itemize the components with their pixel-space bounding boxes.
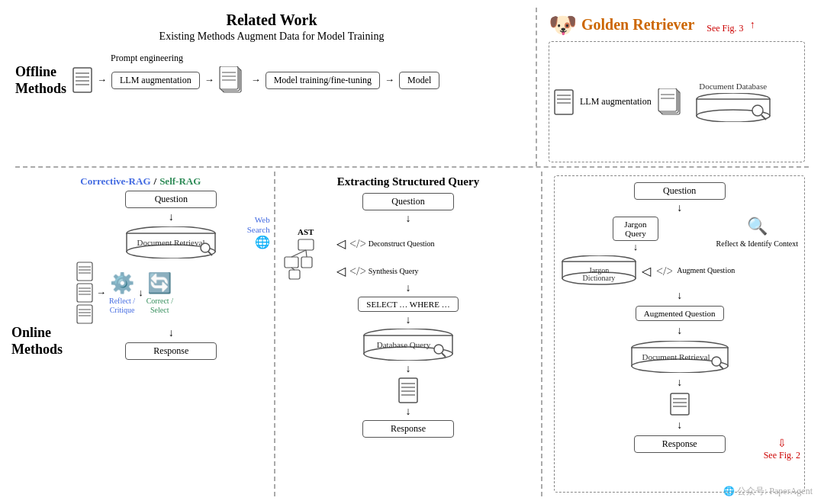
svg-text:</>: </>: [349, 265, 365, 278]
doc-stack-gr: [658, 88, 685, 116]
svg-text:</>: </>: [349, 237, 365, 250]
svg-rect-31: [77, 262, 92, 281]
col-left: Corrective-RAG / Self-RAG OnlineMethods …: [15, 172, 275, 496]
see-fig3-label: See Fig. 3: [707, 23, 743, 34]
see-fig2-area: ⇩ See Fig. 2: [764, 437, 800, 461]
self-rag-label: Self-RAG: [159, 175, 201, 188]
arrow-down-1: ↓: [169, 211, 174, 223]
doc-retrieval-cylinder: Document Retrieval: [125, 226, 217, 258]
arrow-down-dr: ↓: [677, 325, 682, 337]
svg-rect-46: [289, 270, 300, 279]
svg-rect-11: [555, 90, 573, 114]
question-box-left: Question: [125, 191, 217, 208]
doc-db-cylinder: [695, 93, 771, 122]
arrow-down-mid2: ↓: [406, 282, 411, 294]
jargon-query-box: JargonQuery: [613, 217, 658, 241]
doc-icon-mid: [398, 377, 418, 403]
reflect-brain-icon: 🔍: [747, 217, 768, 236]
svg-text:Document Retrieval: Document Retrieval: [642, 352, 710, 361]
correct-icon: 🔄: [147, 271, 172, 295]
arrow-right-2: →: [204, 74, 214, 86]
ast-tree-icon: [283, 238, 329, 280]
svg-text:Database Query: Database Query: [377, 340, 431, 349]
doc-icon-1: [72, 67, 92, 93]
svg-text:</>: </>: [656, 265, 672, 278]
svg-line-48: [306, 250, 307, 257]
doc-icon-right: [670, 393, 690, 416]
svg-rect-58: [399, 378, 417, 403]
bottom-section: Corrective-RAG / Self-RAG OnlineMethods …: [15, 168, 809, 496]
arrow-right-jd: ◁: [642, 264, 651, 278]
doc-db-label: Document Database: [699, 82, 767, 91]
svg-rect-17: [658, 88, 677, 111]
related-work-title: Related Work: [226, 11, 317, 29]
watermark-text: 公众号: PaperAgent: [737, 486, 813, 496]
offline-methods-label: Offline Methods: [15, 64, 66, 97]
up-arrow-gr: ↑: [750, 19, 755, 31]
select-where-box: SELECT … WHERE …: [358, 297, 458, 312]
dog-icon: 🐶: [549, 11, 577, 38]
arrow-down-right1: ↓: [677, 202, 682, 214]
col-mid: Extracting Structured Query Question ↓ A…: [275, 172, 543, 496]
reflect-label: Reflect / Critique: [109, 297, 135, 315]
arrow-down-mid1: ↓: [406, 213, 411, 225]
svg-line-47: [291, 250, 306, 257]
see-fig2-label: See Fig. 2: [764, 450, 800, 461]
arrow-down-aq: ↓: [677, 290, 682, 302]
arrow-down-2b: ↓: [138, 287, 143, 299]
svg-rect-35: [77, 284, 92, 302]
svg-rect-44: [285, 257, 298, 268]
question-box-mid: Question: [362, 193, 454, 210]
separator-label: /: [154, 175, 157, 188]
augment-question-label: Augment Question: [677, 266, 735, 275]
corrective-rag-label: Corrective-RAG: [80, 175, 150, 188]
svg-point-56: [434, 345, 443, 354]
arrows-right-multi: →: [96, 287, 106, 299]
svg-rect-45: [301, 257, 312, 268]
arrow-deconstruct: ◁: [336, 236, 346, 251]
deconstruct-label: Deconstruct Question: [369, 239, 435, 248]
response-box-left: Response: [125, 342, 217, 360]
arrow-synthesis: ◁: [336, 264, 346, 278]
ast-label: AST: [298, 227, 314, 236]
arrow-right-1: →: [97, 74, 107, 86]
correct-label: Correct / Select: [146, 297, 173, 315]
llm-aug-gr-label: LLM augmentation: [580, 96, 652, 108]
svg-rect-0: [73, 68, 92, 92]
svg-point-73: [712, 357, 721, 366]
main-container: Related Work Existing Methods Augment Da…: [0, 0, 824, 504]
watermark-icon: 🌐: [723, 486, 735, 496]
jargon-dict-cylinder: Jargon Dictionary: [561, 255, 637, 286]
model-box: Model: [399, 72, 439, 89]
arrow-down-mid4: ↓: [406, 363, 411, 375]
golden-retriever-area: 🐶 Golden Retriever See Fig. 3 ↑ LLM augm…: [537, 8, 809, 166]
arrow-right-4: →: [385, 74, 394, 86]
top-section: Related Work Existing Methods Augment Da…: [15, 8, 809, 168]
svg-rect-75: [671, 393, 689, 415]
prompt-engineering-label: Prompt engineering: [111, 53, 528, 64]
arrow-down-response-left: ↓: [169, 327, 174, 339]
web-search-label: Web Search 🌐: [247, 215, 270, 250]
synthesis-label: Synthesis Query: [369, 267, 419, 275]
model-training-box: Model training/fine-tuning: [266, 72, 380, 89]
golden-retriever-title: Golden Retriever: [581, 16, 694, 34]
arrow-down-response-right: ↓: [677, 377, 682, 389]
code-icon-aq: </>: [655, 262, 672, 279]
response-box-right: Response: [634, 435, 726, 453]
svg-text:Dictionary: Dictionary: [583, 274, 616, 282]
code-icon-2: </>: [349, 262, 365, 279]
svg-text:Document Retrieval: Document Retrieval: [137, 238, 205, 247]
question-box-right: Question: [634, 182, 726, 200]
col-right: Question ↓ JargonQuery ↓ 🔍 Reflect & Ide…: [542, 172, 809, 496]
doc-icon-gr1: [554, 89, 574, 115]
arrow-down-jq: ↓: [633, 241, 639, 253]
watermark: 🌐 公众号: PaperAgent: [723, 485, 813, 498]
ast-area: AST: [283, 227, 329, 280]
arrow-down-mid5: ↓: [406, 406, 411, 418]
arrow-down-response2-right: ↓: [677, 419, 682, 432]
augmented-question-box: Augmented Question: [636, 306, 724, 321]
reflect-identify-label: Reflect & Identify Context: [716, 239, 798, 249]
arrow-right-3: →: [251, 74, 261, 86]
svg-rect-43: [298, 239, 314, 250]
svg-point-23: [752, 105, 763, 116]
